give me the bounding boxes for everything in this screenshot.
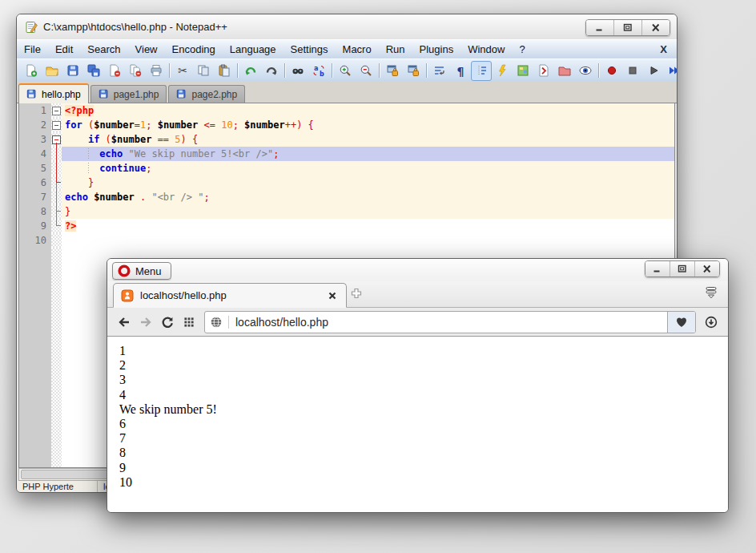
npp-menubar: FileEditSearchViewEncodingLanguageSettin…	[17, 39, 677, 59]
npp-menu-macro[interactable]: Macro	[336, 42, 379, 57]
fold-marker-icon[interactable]	[52, 121, 61, 130]
npp-restore-button[interactable]	[613, 20, 641, 35]
url-field[interactable]: localhost/hello.php	[204, 311, 696, 333]
back-button[interactable]	[118, 316, 131, 329]
npp-menu-view[interactable]: View	[128, 42, 165, 57]
fold-margin[interactable]	[51, 103, 62, 118]
saved-file-icon	[99, 89, 110, 100]
sync-scroll-horizontal-button[interactable]	[403, 61, 424, 81]
code-line: 3 if ($number == 5) {	[19, 132, 674, 147]
zoom-out-button[interactable]	[356, 61, 376, 81]
save-all-button[interactable]	[83, 61, 104, 81]
code-line: 5 continue;	[19, 161, 674, 176]
npp-menu-search[interactable]: Search	[80, 42, 127, 57]
speed-dial-icon[interactable]	[183, 316, 195, 329]
code-text[interactable]: for ($number=1; $number <= 10; $number++…	[62, 118, 674, 132]
npp-menu-run[interactable]: Run	[379, 42, 412, 57]
npp-menu-edit[interactable]: Edit	[48, 42, 80, 57]
fold-margin[interactable]	[51, 204, 62, 219]
npp-menu-encoding[interactable]: Encoding	[165, 42, 223, 57]
undo-button[interactable]	[240, 61, 261, 81]
npp-window-controls	[585, 19, 670, 36]
find-button[interactable]	[288, 61, 308, 81]
doc-switcher-button[interactable]	[554, 61, 575, 81]
opera-close-button[interactable]	[694, 261, 719, 276]
replace-button[interactable]: ab	[308, 61, 329, 81]
opera-tabstrip: localhost/hello.php	[107, 281, 728, 308]
code-text[interactable]: continue;	[62, 161, 674, 176]
tab-menu-icon[interactable]	[705, 286, 718, 299]
fold-margin[interactable]	[51, 132, 62, 147]
new-tab-button[interactable]	[350, 287, 363, 300]
opera-tab[interactable]: localhost/hello.php	[113, 283, 347, 308]
macro-playback-button[interactable]	[643, 61, 664, 81]
show-all-characters-button[interactable]: ¶	[450, 61, 471, 81]
fold-margin[interactable]	[51, 147, 62, 161]
code-text[interactable]: echo $number . "<br /> ";	[62, 190, 674, 204]
view-document-button[interactable]	[575, 61, 596, 81]
fold-margin[interactable]	[51, 219, 62, 233]
page-text-line: 4	[119, 388, 728, 402]
paste-button[interactable]	[214, 61, 235, 81]
bookmark-heart-button[interactable]	[667, 312, 695, 333]
npp-close-button[interactable]	[641, 20, 670, 35]
npp-tab-page1-php[interactable]: page1.php	[90, 85, 167, 103]
opera-menu-button[interactable]: Menu	[112, 262, 171, 280]
code-text[interactable]: ?>	[62, 219, 674, 233]
open-file-button[interactable]	[42, 61, 62, 81]
fold-margin[interactable]	[51, 118, 62, 132]
npp-menu-[interactable]: ?	[512, 42, 532, 57]
code-text[interactable]: echo "We skip number 5!<br />";	[62, 147, 674, 161]
save-button[interactable]	[62, 61, 83, 81]
copy-button[interactable]	[193, 61, 214, 81]
opera-restore-button[interactable]	[670, 261, 694, 276]
code-text[interactable]	[62, 233, 674, 248]
fold-margin[interactable]	[51, 190, 62, 204]
code-text[interactable]: }	[62, 204, 674, 219]
forward-button[interactable]	[139, 316, 152, 329]
toolbar-separator	[169, 63, 170, 78]
new-file-button[interactable]	[21, 61, 42, 81]
function-list-button[interactable]	[492, 61, 513, 81]
close-file-button[interactable]	[104, 61, 125, 81]
npp-doc-close-button[interactable]: X	[660, 43, 667, 55]
document-map-button[interactable]	[513, 61, 533, 81]
opera-titlebar[interactable]: Menu	[107, 259, 728, 281]
npp-tab-hello-php[interactable]: hello.php	[18, 83, 89, 103]
npp-menu-language[interactable]: Language	[223, 42, 284, 57]
fold-margin[interactable]	[51, 176, 62, 190]
npp-menu-settings[interactable]: Settings	[284, 42, 336, 57]
indent-guide-button[interactable]	[471, 61, 492, 81]
code-text[interactable]: <?php	[62, 103, 674, 118]
word-wrap-button[interactable]	[429, 61, 450, 81]
reload-button[interactable]	[161, 316, 174, 329]
fold-margin[interactable]	[51, 161, 62, 176]
code-text[interactable]: if ($number == 5) {	[62, 132, 674, 147]
url-text[interactable]: localhost/hello.php	[229, 316, 667, 329]
npp-tab-page2-php[interactable]: page2.php	[168, 85, 245, 103]
close-all-button[interactable]	[125, 61, 146, 81]
macro-record-button[interactable]	[601, 61, 622, 81]
fold-marker-icon[interactable]	[52, 107, 61, 115]
opera-minimize-button[interactable]	[645, 261, 670, 276]
macro-run-multiple-button[interactable]	[664, 61, 678, 81]
npp-menu-file[interactable]: File	[17, 42, 48, 57]
downloads-button[interactable]	[705, 316, 718, 329]
fold-margin[interactable]	[51, 233, 62, 248]
npp-titlebar[interactable]: C:\xampp\htdocs\hello.php - Notepad++	[17, 14, 677, 39]
tab-close-icon[interactable]	[326, 289, 339, 302]
code-text[interactable]: }	[62, 176, 674, 190]
cut-button[interactable]: ✂	[172, 61, 193, 81]
line-number: 7	[19, 190, 51, 204]
heart-icon	[675, 316, 688, 329]
npp-menu-window[interactable]: Window	[460, 42, 512, 57]
print-button[interactable]	[146, 61, 167, 81]
code-line: 4 echo "We skip number 5!<br />";	[19, 147, 674, 161]
macro-stop-button[interactable]	[622, 61, 643, 81]
sync-scroll-vertical-button[interactable]	[382, 61, 403, 81]
npp-menu-plugins[interactable]: Plugins	[412, 42, 461, 57]
redo-button[interactable]	[261, 61, 282, 81]
zoom-in-button[interactable]	[335, 61, 356, 81]
npp-minimize-button[interactable]	[586, 20, 613, 35]
run-script-button[interactable]	[533, 61, 554, 81]
